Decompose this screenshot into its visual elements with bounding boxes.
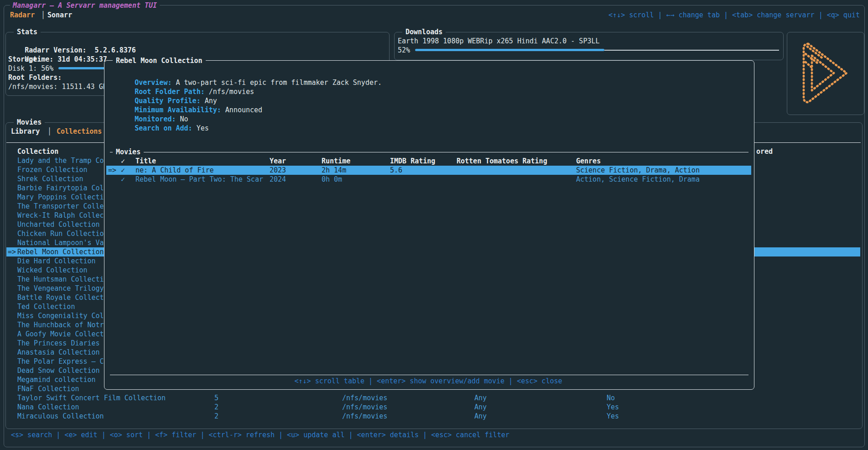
radarr-version-row: Radarr Version:5.2.6.8376 — [8, 37, 136, 46]
collection-name: Frozen Collection — [17, 165, 88, 174]
collection-quality: Any — [474, 403, 487, 412]
collection-quality: Any — [474, 412, 487, 421]
download-item-title: Earth 1998 1080p WEBRip x265 Hindi AAC2.… — [398, 37, 600, 46]
monitored-check-icon: ✓ — [121, 175, 125, 184]
movie-row[interactable]: =>✓ne: A Child of Fire20232h 14m5.6Scien… — [104, 166, 754, 175]
collection-name: Mary Poppins Collecti — [17, 193, 104, 202]
movie-year: 2024 — [270, 175, 286, 184]
collection-monitored: Yes — [607, 412, 619, 421]
collection-details-modal: Rebel Moon Collection Overview:A two-par… — [104, 60, 754, 390]
collection-name: Anastasia Collection — [17, 348, 100, 357]
downloads-panel-title: Downloads — [402, 27, 446, 37]
root-folders-label: Root Folders: — [8, 73, 62, 82]
collection-name: FNaF Collection — [17, 384, 79, 393]
collection-name: The Polar Express – C — [17, 357, 104, 366]
collection-name: Taylor Swift Concert Film Collection — [17, 393, 166, 403]
stats-panel-title: Stats — [14, 27, 41, 37]
storage-label: Storage: — [8, 55, 41, 64]
modal-movies-bottomline — [110, 375, 748, 375]
collection-name: Barbie Fairytopia Col — [17, 183, 104, 193]
collection-row[interactable]: Taylor Swift Concert Film Collection5/nf… — [5, 393, 862, 403]
download-percent-label: 52% — [398, 46, 410, 55]
radarr-logo-icon — [799, 39, 853, 107]
movie-genres: Science Fiction, Drama, Action — [576, 166, 700, 175]
collection-name: Dead Snow Collection — [17, 366, 100, 375]
selection-arrow-icon: => — [8, 247, 16, 256]
movie-runtime: 0h 0m — [322, 175, 342, 184]
top-keybinds: <↑↓> scroll | ←→ change tab | <tab> chan… — [608, 10, 860, 20]
movie-imdb: 5.6 — [390, 166, 402, 175]
disk-usage-label: Disk 1: 56% — [8, 64, 53, 73]
collection-name: Die Hard Collection — [17, 256, 96, 266]
collection-name: Miss Congeniality Col — [17, 311, 104, 320]
download-progress-gauge — [415, 49, 604, 51]
collection-name: Battle Royale Collect — [17, 293, 104, 302]
movie-runtime: 2h 14m — [322, 166, 346, 175]
movie-title: ne: A Child of Fire — [135, 166, 214, 175]
collection-monitored: No — [607, 393, 615, 403]
app-title: Managarr — A Servarr management TUI — [10, 1, 160, 10]
collection-name: The Huntsman Collecti — [17, 275, 104, 284]
collection-count: 2 — [214, 412, 218, 421]
uptime-value: 31d 04:35:37 — [57, 55, 107, 63]
collection-name: Wreck-It Ralph Collec — [17, 211, 104, 220]
collection-path: /nfs/movies — [342, 403, 387, 412]
collection-row[interactable]: Nana Collection2/nfs/moviesAnyYes — [5, 403, 862, 412]
collection-row[interactable]: Miraculous Collection2/nfs/moviesAnyYes — [5, 412, 862, 421]
collection-name: National Lampoon's Va — [17, 238, 104, 247]
collection-name: Ted Collection — [17, 302, 75, 311]
movie-genres: Action, Science Fiction, Drama — [576, 175, 700, 184]
modal-movies-rows: =>✓ne: A Child of Fire20232h 14m5.6Scien… — [104, 61, 754, 389]
collection-path: /nfs/movies — [342, 393, 387, 403]
movie-row[interactable]: ✓Rebel Moon – Part Two: The Scar20240h 0… — [104, 175, 754, 184]
monitored-check-icon: ✓ — [121, 166, 125, 175]
root-folder-value: /nfs/movies: 11511.43 GB — [8, 82, 107, 91]
collection-name: Rebel Moon Collection — [17, 247, 104, 256]
movie-year: 2023 — [270, 166, 286, 175]
collection-name: The Transporter Colle — [17, 202, 104, 211]
collection-name: A Goofy Movie Collect — [17, 330, 104, 339]
tab-radarr[interactable]: Radarr — [10, 10, 35, 20]
tab-separator: │ — [41, 10, 45, 20]
collection-name: Miraculous Collection — [17, 412, 104, 421]
tab-sonarr[interactable]: Sonarr — [47, 10, 72, 20]
movie-title: Rebel Moon – Part Two: The Scar — [135, 175, 263, 184]
collection-name: Megamind collection — [17, 375, 96, 384]
collection-name: Nana Collection — [17, 403, 79, 412]
collection-name: Shrek Collection — [17, 174, 83, 183]
collection-name: The Vengeance Trilogy — [17, 284, 104, 293]
bottom-keybinds: <s> search | <e> edit | <o> sort | <f> f… — [11, 430, 509, 440]
collection-name: The Princess Diaries — [17, 339, 100, 348]
collection-name: The Hunchback of Notr — [17, 320, 104, 330]
collection-path: /nfs/movies — [342, 412, 387, 421]
selection-arrow-icon: => — [108, 166, 116, 175]
collection-count: 2 — [214, 403, 218, 412]
managarr-app: Managarr — A Servarr management TUI Rada… — [0, 0, 868, 450]
download-progress-track — [604, 50, 779, 51]
collection-count: 5 — [214, 393, 218, 403]
collection-monitored: Yes — [607, 403, 619, 412]
collection-name: Wicked Collection — [17, 266, 88, 275]
modal-footer-keybinds: <↑↓> scroll table | <enter> show overvie… — [104, 377, 752, 386]
collection-name: Lady and the Tramp Co — [17, 156, 104, 165]
collection-name: Uncharted Collection — [17, 220, 100, 229]
uptime-row: Uptime:31d 04:35:37 — [8, 46, 107, 55]
collection-quality: Any — [474, 393, 487, 403]
collection-name: Chicken Run Collectio — [17, 229, 104, 238]
